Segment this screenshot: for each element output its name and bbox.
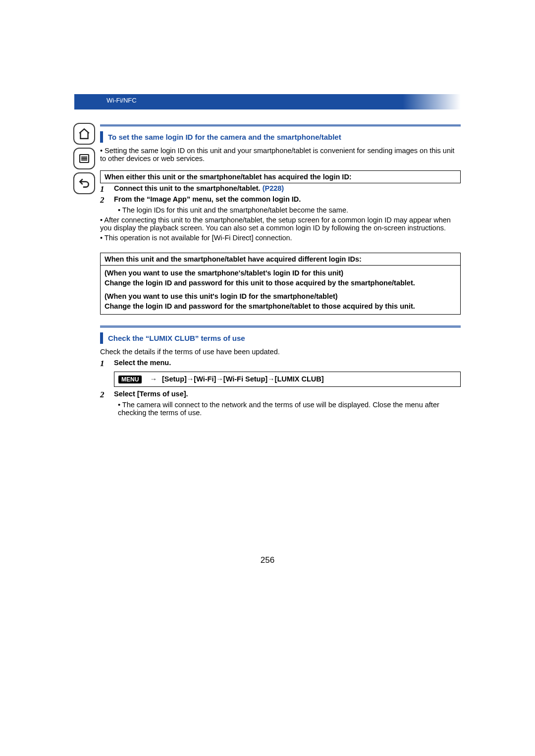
home-icon	[78, 127, 91, 140]
home-button[interactable]	[73, 123, 95, 145]
back-icon	[78, 177, 91, 190]
case-heading-box: When either this unit or the smartphone/…	[100, 170, 461, 183]
menu-path: [Setup]→[Wi-Fi]→[Wi-Fi Setup]→[LUMIX CLU…	[162, 375, 324, 383]
step-number: 1	[100, 184, 114, 194]
step-text: Connect this unit to the smartphone/tabl…	[114, 184, 461, 194]
menu-tag: MENU	[118, 376, 142, 383]
sub-bullet: The camera will connect to the network a…	[118, 401, 461, 417]
page-number: 256	[74, 555, 461, 565]
case-heading-box: When this unit and the smartphone/tablet…	[100, 253, 461, 266]
case-line: Change the login ID and password for thi…	[105, 278, 456, 288]
step-number: 1	[100, 359, 114, 369]
note-bullet: After connecting this unit to the smartp…	[100, 216, 461, 232]
note-bullet: This operation is not available for [Wi-…	[100, 234, 461, 242]
step-number: 2	[100, 390, 114, 400]
menu-path-box: MENU → [Setup]→[Wi-Fi]→[Wi-Fi Setup]→[LU…	[114, 372, 461, 387]
breadcrumb: Wi-Fi/NFC	[107, 97, 137, 104]
intro-text: Check the details if the terms of use ha…	[100, 348, 461, 356]
step-row: 2 From the “Image App” menu, set the com…	[100, 195, 461, 205]
case-line: (When you want to use the smartphone's/t…	[105, 269, 456, 278]
step-text: Select [Terms of use].	[114, 390, 461, 400]
sidebar-nav	[73, 123, 96, 197]
list-icon	[78, 153, 90, 164]
section-heading: To set the same login ID for the camera …	[100, 131, 461, 143]
section-heading: Check the “LUMIX CLUB” terms of use	[100, 332, 461, 344]
step-row: 1 Select the menu.	[100, 359, 461, 369]
case-line: Change the login ID and password for the…	[105, 302, 456, 312]
step-row: 2 Select [Terms of use].	[100, 390, 461, 400]
step-row: 1 Connect this unit to the smartphone/ta…	[100, 184, 461, 194]
arrow-icon: →	[150, 375, 157, 383]
intro-text: Setting the same login ID on this unit a…	[100, 147, 461, 162]
step-text: From the “Image App” menu, set the commo…	[114, 195, 461, 205]
step-number: 2	[100, 195, 114, 205]
page-link[interactable]: (P228)	[263, 184, 284, 192]
case-line: (When you want to use this unit's login …	[105, 292, 456, 302]
sub-bullet: The login IDs for this unit and the smar…	[118, 206, 461, 214]
page-content: To set the same login ID for the camera …	[100, 124, 461, 565]
case-body-box: (When you want to use the smartphone's/t…	[100, 266, 461, 315]
step-text-content: Connect this unit to the smartphone/tabl…	[114, 184, 263, 192]
step-text: Select the menu.	[114, 359, 461, 369]
section-header: Wi-Fi/NFC	[74, 94, 461, 109]
contents-button[interactable]	[73, 148, 95, 169]
back-button[interactable]	[73, 172, 95, 194]
